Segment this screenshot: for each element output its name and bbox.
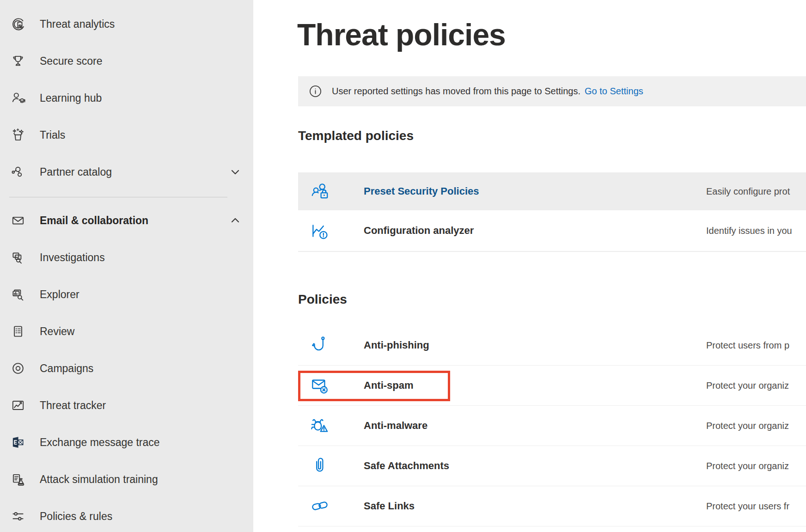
row-safe-links[interactable]: Safe Links Protect your users fr (298, 486, 806, 526)
sidebar-item-label: Trials (40, 129, 65, 141)
sidebar-item-policies-rules[interactable]: Policies & rules (0, 498, 253, 532)
info-banner: User reported settings has moved from th… (298, 76, 806, 106)
sidebar-item-explorer[interactable]: Explorer (0, 276, 253, 313)
policies-list: Anti-phishing Protect users from p Anti-… (298, 325, 806, 526)
sidebar-item-email-collaboration[interactable]: Email & collaboration (0, 202, 253, 239)
row-anti-malware[interactable]: Anti-malware Protect your organiz (298, 406, 806, 446)
sidebar-item-label: Exchange message trace (40, 436, 160, 449)
explorer-icon (10, 287, 26, 302)
trials-icon (10, 127, 26, 143)
sidebar-item-exchange-message-trace[interactable]: Exchange message trace (0, 424, 253, 461)
row-label[interactable]: Safe Attachments (364, 460, 449, 472)
sidebar-item-investigations[interactable]: Investigations (0, 239, 253, 276)
security-portal-page: Threat analytics Secure score (0, 0, 806, 532)
sidebar-item-threat-tracker[interactable]: Threat tracker (0, 387, 253, 424)
row-description: Protect your organiz (706, 380, 789, 391)
sidebar-item-label: Explorer (40, 288, 79, 301)
sidebar-item-trials[interactable]: Trials (0, 116, 253, 153)
sidebar-divider (9, 197, 227, 197)
configuration-analyzer-icon (309, 220, 330, 241)
sidebar-item-attack-simulation-training[interactable]: Attack simulation training (0, 461, 253, 498)
sidebar-item-label: Secure score (40, 55, 103, 67)
sidebar-item-learning-hub[interactable]: Learning hub (0, 79, 253, 116)
sidebar-item-label: Attack simulation training (40, 473, 158, 486)
row-label[interactable]: Anti-spam (364, 379, 414, 391)
row-label[interactable]: Configuration analyzer (364, 225, 474, 237)
policies-heading: Policies (298, 292, 347, 307)
mail-block-icon (309, 375, 330, 396)
paperclip-icon (309, 455, 330, 477)
row-anti-spam[interactable]: Anti-spam Protect your organiz (298, 366, 806, 406)
row-description: Protect your organiz (706, 421, 789, 431)
row-configuration-analyzer[interactable]: Configuration analyzer Identify issues i… (298, 210, 806, 252)
sidebar-item-label: Threat analytics (40, 18, 115, 31)
row-anti-phishing[interactable]: Anti-phishing Protect users from p (298, 325, 806, 366)
sidebar-item-threat-analytics[interactable]: Threat analytics (0, 6, 253, 43)
bug-warning-icon (309, 415, 330, 436)
campaigns-icon (10, 361, 26, 376)
info-icon (309, 85, 322, 98)
sidebar-item-campaigns[interactable]: Campaigns (0, 350, 253, 387)
row-label[interactable]: Safe Links (364, 500, 415, 512)
row-description: Protect users from p (706, 340, 789, 351)
templated-policies-heading: Templated policies (298, 128, 414, 143)
row-preset-security-policies[interactable]: Preset Security Policies Easily configur… (298, 172, 806, 210)
exchange-icon (10, 434, 26, 450)
trophy-icon (10, 53, 26, 69)
row-description: Identify issues in you (706, 226, 792, 236)
sidebar-item-label: Email & collaboration (40, 214, 148, 227)
templated-policies-list: Preset Security Policies Easily configur… (298, 172, 806, 252)
policies-rules-icon (10, 508, 26, 524)
sidebar-item-label: Learning hub (40, 92, 102, 104)
row-description: Easily configure prot (706, 186, 790, 197)
chain-links-icon (309, 495, 330, 517)
threat-tracker-icon (10, 397, 26, 413)
sidebar-item-label: Campaigns (40, 362, 93, 375)
row-label[interactable]: Anti-malware (364, 420, 427, 432)
sidebar-item-review[interactable]: Review (0, 313, 253, 350)
sidebar-item-secure-score[interactable]: Secure score (0, 43, 253, 79)
row-label[interactable]: Preset Security Policies (364, 185, 479, 197)
mail-icon (10, 213, 26, 228)
sidebar-item-label: Investigations (40, 251, 105, 264)
banner-message: User reported settings has moved from th… (332, 86, 580, 97)
review-icon (10, 324, 26, 339)
sidebar: Threat analytics Secure score (0, 0, 253, 532)
attack-simulation-icon (10, 471, 26, 487)
sidebar-item-partner-catalog[interactable]: Partner catalog (0, 153, 253, 190)
learning-hub-icon (10, 90, 26, 106)
investigations-icon (10, 250, 26, 265)
sidebar-item-label: Review (40, 325, 74, 338)
row-description: Protect your organiz (706, 461, 789, 471)
sidebar-item-label: Partner catalog (40, 166, 112, 178)
page-title: Threat policies (297, 18, 506, 53)
chevron-up-icon[interactable] (229, 214, 241, 226)
threat-analytics-icon (10, 16, 26, 32)
partner-catalog-icon (10, 164, 26, 180)
go-to-settings-link[interactable]: Go to Settings (585, 86, 643, 97)
fish-hook-icon (309, 335, 330, 356)
sidebar-item-label: Policies & rules (40, 510, 112, 523)
preset-security-icon (309, 181, 330, 202)
sidebar-item-label: Threat tracker (40, 399, 106, 412)
row-safe-attachments[interactable]: Safe Attachments Protect your organiz (298, 446, 806, 486)
row-label[interactable]: Anti-phishing (364, 339, 429, 351)
chevron-down-icon[interactable] (229, 166, 241, 178)
row-description: Protect your users fr (706, 501, 789, 512)
